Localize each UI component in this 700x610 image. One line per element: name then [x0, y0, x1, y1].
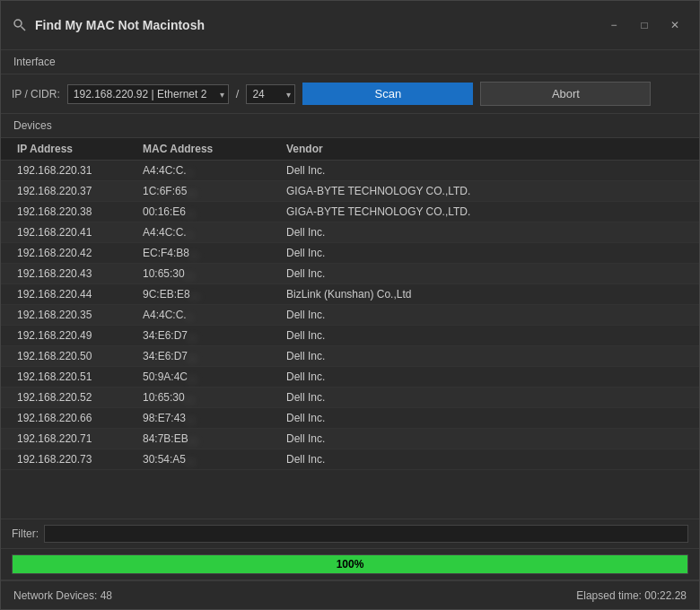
table-row[interactable]: 192.168.220.3800:16:E6...GIGA-BYTE TECHN… — [1, 202, 699, 222]
cell-ip: 192.168.220.43 — [13, 264, 139, 283]
filter-label: Filter: — [12, 527, 39, 540]
abort-button[interactable]: Abort — [480, 82, 651, 106]
cell-mac: A4:4C:C... — [139, 222, 283, 242]
table-row[interactable]: 192.168.220.5034:E6:D7...Dell Inc. — [1, 346, 699, 367]
ip-select-wrapper[interactable]: 192.168.220.92 | Ethernet 2 — [67, 84, 229, 104]
elapsed-time: Elapsed time: 00:22.28 — [576, 589, 687, 602]
table-row[interactable]: 192.168.220.42EC:F4:B8...Dell Inc. — [1, 243, 699, 264]
ip-cidr-label: IP / CIDR: — [12, 88, 60, 100]
cell-ip: 192.168.220.66 — [13, 408, 139, 428]
table-row[interactable]: 192.168.220.5150:9A:4C...Dell Inc. — [1, 367, 699, 388]
table-body[interactable]: 192.168.220.31A4:4C:C...Dell Inc.192.168… — [1, 161, 699, 518]
progress-wrapper: 100% — [1, 549, 699, 580]
cell-mac: 30:54:A5... — [139, 449, 283, 469]
cell-vendor: Dell Inc. — [283, 388, 687, 407]
cell-mac: 10:65:30... — [139, 388, 283, 407]
cell-ip: 192.168.220.38 — [13, 202, 139, 222]
table-row[interactable]: 192.168.220.31A4:4C:C...Dell Inc. — [1, 161, 699, 181]
minimize-button[interactable]: − — [600, 16, 627, 34]
cell-vendor: Dell Inc. — [283, 429, 687, 449]
cell-mac: 00:16:E6... — [139, 202, 283, 222]
cell-vendor: Dell Inc. — [283, 346, 687, 366]
cell-vendor: Dell Inc. — [283, 449, 687, 469]
table-row[interactable]: 192.168.220.371C:6F:65...GIGA-BYTE TECHN… — [1, 181, 699, 202]
cell-mac: 9C:EB:E8... — [139, 284, 283, 304]
cell-ip: 192.168.220.49 — [13, 326, 139, 345]
app-icon — [12, 17, 28, 33]
devices-section-label: Devices — [1, 114, 699, 138]
cidr-select[interactable]: 24 16 8 — [246, 84, 295, 104]
cell-ip: 192.168.220.52 — [13, 388, 139, 407]
col-mac: MAC Address — [139, 138, 283, 160]
table-row[interactable]: 192.168.220.41A4:4C:C...Dell Inc. — [1, 222, 699, 243]
cell-mac: 34:E6:D7... — [139, 346, 283, 366]
table-header: IP Address MAC Address Vendor — [1, 138, 699, 161]
progress-bar-bg: 100% — [12, 554, 688, 574]
devices-table: IP Address MAC Address Vendor 192.168.22… — [1, 138, 699, 518]
col-ip: IP Address — [13, 138, 139, 160]
cell-mac: 98:E7:43... — [139, 408, 283, 428]
interface-row: IP / CIDR: 192.168.220.92 | Ethernet 2 /… — [1, 74, 699, 114]
cell-vendor: Dell Inc. — [283, 264, 687, 283]
cell-ip: 192.168.220.35 — [13, 305, 139, 325]
cell-mac: 34:E6:D7... — [139, 326, 283, 345]
table-row[interactable]: 192.168.220.449C:EB:E8...BizLink (Kunsha… — [1, 284, 699, 305]
cell-mac: 50:9A:4C... — [139, 367, 283, 387]
cell-ip: 192.168.220.50 — [13, 346, 139, 366]
cell-ip: 192.168.220.51 — [13, 367, 139, 387]
main-window: Find My MAC Not Macintosh − □ ✕ Interfac… — [0, 0, 700, 610]
scan-button[interactable]: Scan — [302, 83, 473, 105]
interface-section-label: Interface — [1, 50, 699, 74]
cell-mac: 10:65:30... — [139, 264, 283, 283]
svg-point-0 — [14, 20, 22, 27]
progress-label: 100% — [337, 558, 364, 571]
cell-vendor: Dell Inc. — [283, 305, 687, 325]
table-row[interactable]: 192.168.220.4310:65:30...Dell Inc. — [1, 264, 699, 284]
cell-vendor: GIGA-BYTE TECHNOLOGY CO.,LTD. — [283, 181, 687, 201]
network-devices-count: Network Devices: 48 — [13, 589, 112, 602]
close-button[interactable]: ✕ — [661, 16, 688, 34]
table-row[interactable]: 192.168.220.7330:54:A5...Dell Inc. — [1, 449, 699, 470]
cell-vendor: Dell Inc. — [283, 326, 687, 345]
window-controls: − □ ✕ — [600, 16, 688, 34]
cell-ip: 192.168.220.31 — [13, 161, 139, 180]
cell-ip: 192.168.220.42 — [13, 243, 139, 263]
cell-ip: 192.168.220.37 — [13, 181, 139, 201]
cell-ip: 192.168.220.73 — [13, 449, 139, 469]
window-title: Find My MAC Not Macintosh — [35, 18, 205, 32]
table-row[interactable]: 192.168.220.7184:7B:EB...Dell Inc. — [1, 429, 699, 449]
statusbar: Network Devices: 48 Elapsed time: 00:22.… — [1, 580, 699, 609]
cell-vendor: BizLink (Kunshan) Co.,Ltd — [283, 284, 687, 304]
filter-row: Filter: — [1, 518, 699, 549]
cell-vendor: Dell Inc. — [283, 222, 687, 242]
cell-mac: A4:4C:C... — [139, 305, 283, 325]
table-row[interactable]: 192.168.220.4934:E6:D7...Dell Inc. — [1, 326, 699, 346]
maximize-button[interactable]: □ — [631, 16, 658, 34]
cell-vendor: Dell Inc. — [283, 367, 687, 387]
cell-mac: 1C:6F:65... — [139, 181, 283, 201]
ip-select[interactable]: 192.168.220.92 | Ethernet 2 — [67, 84, 229, 104]
table-row[interactable]: 192.168.220.6698:E7:43...Dell Inc. — [1, 408, 699, 429]
filter-input[interactable] — [44, 525, 688, 543]
cell-vendor: Dell Inc. — [283, 408, 687, 428]
cell-mac: A4:4C:C... — [139, 161, 283, 180]
table-row[interactable]: 192.168.220.35A4:4C:C...Dell Inc. — [1, 305, 699, 326]
cell-ip: 192.168.220.71 — [13, 429, 139, 449]
cell-mac: 84:7B:EB... — [139, 429, 283, 449]
slash-separator: / — [236, 87, 240, 100]
cell-vendor: Dell Inc. — [283, 161, 687, 180]
cell-vendor: Dell Inc. — [283, 243, 687, 263]
svg-line-1 — [22, 27, 26, 31]
col-scroll-space — [676, 138, 687, 160]
cell-vendor: GIGA-BYTE TECHNOLOGY CO.,LTD. — [283, 202, 687, 222]
table-row[interactable]: 192.168.220.5210:65:30...Dell Inc. — [1, 388, 699, 408]
titlebar: Find My MAC Not Macintosh − □ ✕ — [1, 1, 699, 50]
cidr-select-wrapper[interactable]: 24 16 8 — [246, 84, 295, 104]
cell-mac: EC:F4:B8... — [139, 243, 283, 263]
cell-ip: 192.168.220.41 — [13, 222, 139, 242]
cell-ip: 192.168.220.44 — [13, 284, 139, 304]
col-vendor: Vendor — [283, 138, 676, 160]
